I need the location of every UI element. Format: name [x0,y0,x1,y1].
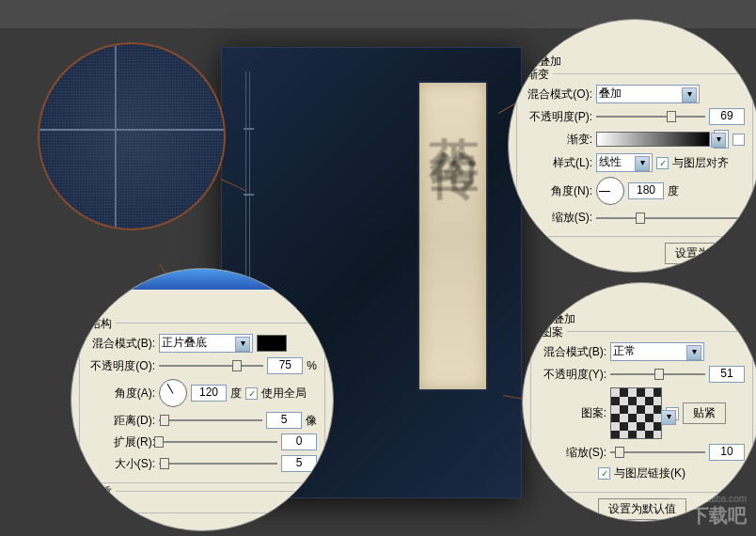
slider-thumb[interactable] [667,111,676,122]
angle-input[interactable]: 120 [191,385,227,402]
panel-title: 投影 [79,303,325,319]
slider-thumb[interactable] [160,458,169,469]
section-label: 图案 [537,324,567,340]
distance-label: 距离(D): [87,413,155,429]
opacity-slider[interactable] [610,373,705,375]
book-title-label: 药尘传 [417,81,488,391]
opacity-input[interactable]: 75 [267,357,303,374]
opacity-slider[interactable] [159,365,263,367]
slider-thumb[interactable] [615,447,624,458]
spread-slider[interactable] [159,441,277,443]
angle-unit: 度 [668,183,679,199]
blend-mode-label: 混合模式(B): [539,344,606,360]
align-checkbox[interactable]: ✓ [656,157,669,169]
watermark-text: 下载吧 [690,503,747,528]
link-layer-checkbox[interactable]: ✓ [598,467,610,480]
scale-label: 缩放(S): [539,445,606,461]
snap-button[interactable]: 贴紧 [683,402,726,424]
opacity-label: 不透明度(O): [87,358,155,374]
blend-mode-select[interactable]: 正常 [610,342,704,361]
size-slider[interactable] [159,463,277,465]
angle-unit: 度 [230,386,242,402]
gradient-dropdown[interactable] [714,130,729,149]
shadow-color-swatch[interactable] [257,335,287,352]
drop-shadow-panel: 投影 结构 混合模式(B): 正片叠底 不透明度(O): 75 % [71,268,334,531]
angle-label: 角度(N): [525,183,592,199]
spread-input[interactable]: 0 [281,434,317,450]
blend-mode-label: 混合模式(O): [525,87,592,102]
pattern-overlay-panel: 图案叠加 图案 混合模式(B): 正常 不透明度(Y): 51 图案: [522,282,756,522]
distance-input[interactable]: 5 [266,412,302,429]
align-label: 与图层对齐 [672,155,729,171]
style-label: 样式(L): [525,155,592,171]
pattern-dropdown-icon[interactable] [666,407,679,420]
scale-input[interactable]: 10 [709,444,745,461]
angle-label: 角度(A): [87,386,155,402]
scale-slider[interactable] [610,451,705,453]
link-layer-label: 与图层链接(K) [614,465,685,481]
angle-dial[interactable] [596,177,624,205]
gradient-overlay-panel: 渐变叠加 渐变 混合模式(O): 叠加 不透明度(P): 69 渐变: [508,19,756,273]
style-select[interactable]: 线性 [596,153,653,172]
blend-mode-select[interactable]: 叠加 [596,85,700,103]
opacity-slider[interactable] [596,116,705,118]
default-button[interactable]: 设置为默认值 [665,243,753,264]
slider-thumb[interactable] [232,360,242,371]
section-label: 渐变 [523,67,553,83]
blend-mode-select[interactable]: 正片叠底 [159,334,253,353]
opacity-label: 不透明度(P): [525,109,592,125]
slider-thumb[interactable] [160,415,169,426]
book-title-text: 药尘传 [420,97,486,119]
reverse-checkbox[interactable] [732,134,745,146]
spread-label: 扩展(R): [87,434,155,450]
slider-thumb[interactable] [154,436,164,448]
opacity-input[interactable]: 51 [709,366,745,383]
size-label: 大小(S): [87,456,155,472]
slider-thumb[interactable] [654,369,664,380]
opacity-input[interactable]: 69 [709,108,745,125]
pattern-label: 图案: [539,405,606,421]
scale-slider[interactable] [596,217,745,219]
zoom-fabric-texture [38,42,226,230]
global-light-label: 使用全局 [261,386,307,402]
pattern-swatch[interactable] [610,387,662,439]
quality-label: 品质 [86,484,116,500]
slider-thumb[interactable] [636,213,645,224]
texture-line [115,44,117,230]
gradient-label: 渐变: [525,132,592,148]
opacity-unit: % [307,359,317,372]
section-label: 结构 [86,316,116,332]
opacity-label: 不透明度(Y): [539,367,606,383]
distance-slider[interactable] [159,419,262,421]
angle-input[interactable]: 180 [628,182,664,199]
blend-mode-label: 混合模式(B): [87,336,155,352]
size-input[interactable]: 5 [281,455,317,472]
angle-dial[interactable] [159,379,187,407]
texture-line [39,129,226,131]
gradient-picker[interactable] [596,132,710,147]
distance-unit: 像 [306,413,317,429]
scale-label: 缩放(S): [525,210,592,226]
global-light-checkbox[interactable]: ✓ [245,387,258,400]
